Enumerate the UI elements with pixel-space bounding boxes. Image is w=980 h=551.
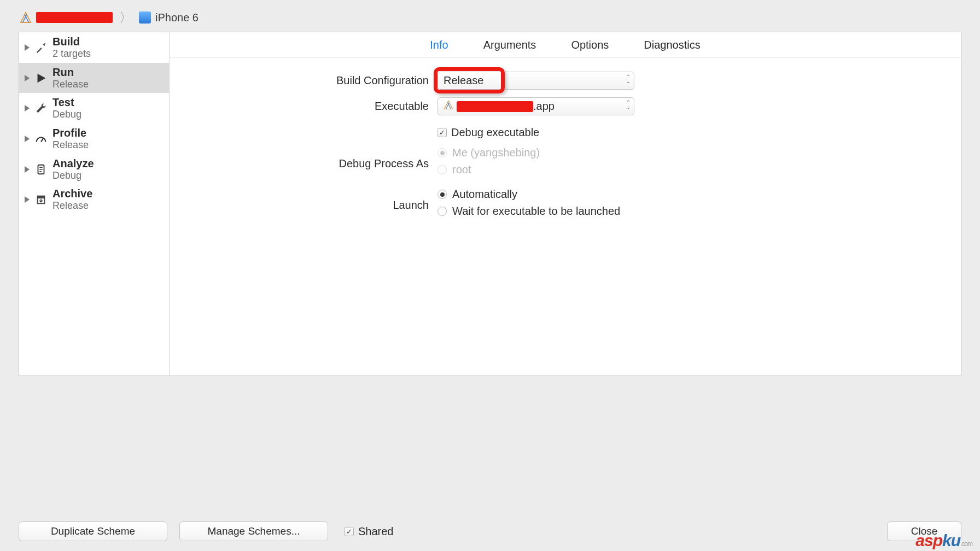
scheme-editor-panel: Build 2 targets Run Release Test Debug (19, 32, 961, 376)
tab-arguments[interactable]: Arguments (483, 39, 536, 51)
scheme-sidebar: Build 2 targets Run Release Test Debug (19, 32, 170, 376)
sidebar-item-archive[interactable]: Archive Release (19, 184, 169, 215)
debug-executable-checkbox[interactable] (438, 128, 447, 137)
disclosure-triangle-icon[interactable] (25, 166, 30, 173)
sidebar-item-run[interactable]: Run Release (19, 63, 169, 93)
sidebar-item-subtitle: Debug (52, 109, 81, 120)
shared-label: Shared (358, 525, 394, 538)
stepper-icon (626, 74, 631, 86)
watermark: aspku.com (915, 531, 972, 550)
build-config-label: Build Configuration (191, 74, 438, 87)
build-config-popup[interactable]: Release (438, 72, 634, 90)
shared-checkbox[interactable] (345, 527, 354, 536)
disclosure-triangle-icon[interactable] (25, 105, 30, 112)
disclosure-triangle-icon[interactable] (25, 75, 30, 81)
sidebar-item-title: Profile (52, 127, 89, 139)
debug-as-me-radio (438, 148, 447, 157)
sidebar-item-subtitle: 2 targets (52, 48, 91, 60)
tab-bar: Info Arguments Options Diagnostics (170, 32, 961, 57)
tab-diagnostics[interactable]: Diagnostics (644, 39, 700, 51)
launch-wait-radio[interactable] (438, 207, 447, 216)
redacted-project-name (36, 12, 113, 23)
watermark-com: .com (960, 540, 972, 548)
launch-auto-label: Automatically (452, 188, 517, 201)
watermark-ku: ku (942, 531, 960, 549)
tab-options[interactable]: Options (571, 39, 609, 51)
sidebar-item-title: Test (52, 96, 81, 109)
launch-wait-label: Wait for executable to be launched (452, 205, 620, 218)
sidebar-item-build[interactable]: Build 2 targets (19, 32, 169, 63)
wrench-icon (34, 101, 48, 115)
sidebar-item-subtitle: Release (52, 200, 92, 212)
debug-process-as-label: Debug Process As (191, 157, 438, 170)
sidebar-item-title: Archive (52, 187, 92, 200)
play-icon (34, 71, 48, 85)
gauge-icon (34, 132, 48, 146)
tab-info[interactable]: Info (430, 39, 448, 51)
analyze-icon (34, 162, 48, 177)
watermark-asp: asp (915, 531, 942, 549)
info-form: Build Configuration Release Executable (170, 57, 961, 244)
launch-label: Launch (191, 199, 438, 212)
duplicate-scheme-button[interactable]: Duplicate Scheme (19, 521, 167, 541)
executable-label: Executable (191, 100, 438, 113)
sidebar-item-subtitle: Debug (52, 170, 94, 181)
breadcrumb-device[interactable]: iPhone 6 (155, 11, 199, 24)
debug-as-me-label: Me (yangshebing) (452, 146, 540, 159)
sidebar-item-subtitle: Release (52, 139, 89, 151)
disclosure-triangle-icon[interactable] (25, 44, 30, 51)
disclosure-triangle-icon[interactable] (25, 136, 30, 142)
sidebar-item-test[interactable]: Test Debug (19, 93, 169, 124)
redacted-executable-name (457, 101, 533, 112)
manage-schemes-button[interactable]: Manage Schemes... (179, 521, 328, 541)
launch-auto-radio[interactable] (438, 190, 447, 199)
stepper-icon (626, 99, 631, 112)
debug-as-root-label: root (452, 163, 471, 176)
disclosure-triangle-icon[interactable] (25, 196, 30, 203)
archive-icon (34, 192, 48, 207)
debug-as-root-radio (438, 165, 447, 174)
breadcrumb: 〉 iPhone 6 (0, 0, 980, 32)
device-icon (139, 11, 151, 24)
executable-suffix: .app (533, 100, 555, 113)
app-icon (20, 11, 32, 24)
hammer-icon (34, 40, 48, 55)
sidebar-item-analyze[interactable]: Analyze Debug (19, 154, 169, 185)
sidebar-item-profile[interactable]: Profile Release (19, 124, 169, 154)
sidebar-item-subtitle: Release (52, 79, 89, 90)
executable-popup[interactable]: .app (438, 97, 634, 115)
bottom-bar: Duplicate Scheme Manage Schemes... Share… (0, 521, 980, 541)
sidebar-item-title: Build (52, 36, 91, 48)
app-icon (444, 100, 453, 113)
build-config-value: Release (444, 74, 483, 87)
debug-executable-label: Debug executable (451, 126, 539, 139)
sidebar-item-title: Run (52, 66, 89, 79)
breadcrumb-separator-icon: 〉 (119, 9, 132, 26)
sidebar-item-title: Analyze (52, 157, 94, 170)
scheme-content: Info Arguments Options Diagnostics Build… (170, 32, 961, 376)
